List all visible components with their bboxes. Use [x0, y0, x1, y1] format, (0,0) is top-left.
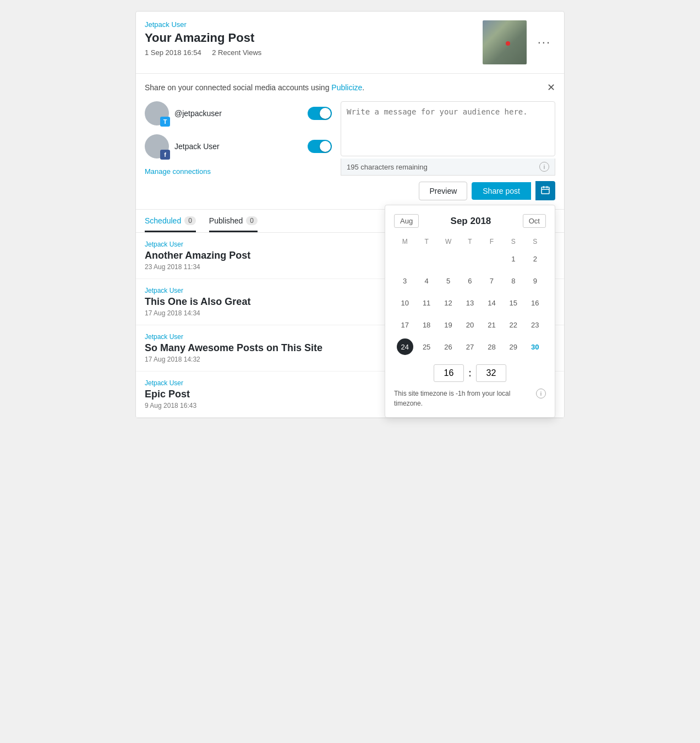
calendar-day[interactable]: 3: [394, 270, 415, 292]
facebook-avatar: f: [145, 134, 169, 159]
calendar-day[interactable]: 8: [502, 270, 524, 292]
calendar-day[interactable]: 13: [459, 292, 480, 314]
day-header-w: W: [438, 236, 459, 248]
calendar-day[interactable]: 6: [459, 270, 480, 292]
time-hour-input[interactable]: [434, 364, 464, 382]
calendar-day[interactable]: 19: [438, 314, 459, 336]
timezone-text: This site timezone is -1h from your loca…: [394, 389, 534, 408]
calendar-dropdown: Aug Sep 2018 Oct M T W T: [385, 205, 555, 418]
calendar-day[interactable]: 16: [524, 292, 546, 314]
time-row: :: [394, 364, 546, 382]
time-minute-input[interactable]: [476, 364, 506, 382]
timezone-note: This site timezone is -1h from your loca…: [394, 389, 546, 408]
message-area: 195 characters remaining i Preview Share…: [341, 101, 555, 200]
calendar-day[interactable]: 9: [524, 270, 546, 292]
facebook-badge: f: [160, 150, 170, 160]
calendar-day[interactable]: 24: [394, 336, 415, 358]
day-header-f: F: [481, 236, 502, 248]
post-meta: 1 Sep 2018 16:54 2 Recent Views: [145, 48, 270, 57]
calendar-day[interactable]: 14: [481, 292, 502, 314]
calendar-day[interactable]: 15: [502, 292, 524, 314]
action-bar: Preview Share post Aug: [341, 181, 555, 200]
thumbnail-dot: [506, 41, 510, 46]
manage-connections-link[interactable]: Manage connections: [145, 167, 332, 176]
more-options-button[interactable]: ···: [533, 33, 555, 52]
tab-scheduled-badge: 0: [184, 216, 196, 225]
publicize-link[interactable]: Publicize: [331, 83, 362, 92]
timezone-info-icon[interactable]: i: [536, 389, 546, 398]
calendar-day[interactable]: 23: [524, 314, 546, 336]
tab-scheduled[interactable]: Scheduled 0: [145, 216, 196, 232]
facebook-account-name: Jetpack User: [174, 142, 308, 151]
calendar-day[interactable]: 22: [502, 314, 524, 336]
post-author: Jetpack User: [145, 20, 270, 29]
twitter-account-name: @jetpackuser: [174, 109, 308, 118]
calendar-day[interactable]: 28: [481, 336, 502, 358]
main-container: Jetpack User Your Amazing Post 1 Sep 201…: [135, 11, 565, 418]
tab-published-badge: 0: [246, 216, 258, 225]
facebook-toggle[interactable]: [308, 140, 332, 153]
tab-published-label: Published: [209, 216, 243, 225]
day-header-m: M: [394, 236, 415, 248]
post-views: 2 Recent Views: [212, 48, 261, 57]
calendar-icon: [541, 185, 550, 194]
tab-published[interactable]: Published 0: [209, 216, 258, 232]
accounts-list: T @jetpackuser f Jetpack User: [145, 101, 332, 200]
calendar-day[interactable]: 12: [438, 292, 459, 314]
post-header: Jetpack User Your Amazing Post 1 Sep 201…: [136, 12, 564, 74]
prev-month-button[interactable]: Aug: [394, 214, 419, 228]
twitter-avatar: T: [145, 101, 169, 125]
calendar-day[interactable]: 18: [415, 314, 437, 336]
calendar-day[interactable]: 21: [481, 314, 502, 336]
calendar-day[interactable]: 27: [459, 336, 480, 358]
calendar-day: [394, 248, 415, 270]
calendar-day[interactable]: 26: [438, 336, 459, 358]
post-title: Your Amazing Post: [145, 31, 270, 45]
calendar-day[interactable]: 30: [524, 336, 546, 358]
twitter-toggle[interactable]: [308, 107, 332, 120]
day-header-s2: S: [524, 236, 546, 248]
calendar-day[interactable]: 4: [415, 270, 437, 292]
calendar-day[interactable]: 25: [415, 336, 437, 358]
svg-rect-0: [542, 187, 549, 194]
time-separator: :: [468, 368, 472, 379]
day-header-t2: T: [459, 236, 480, 248]
message-textarea[interactable]: [341, 101, 555, 156]
close-button[interactable]: ✕: [547, 83, 555, 92]
calendar-day[interactable]: 17: [394, 314, 415, 336]
calendar-day[interactable]: 5: [438, 270, 459, 292]
day-header-t1: T: [415, 236, 437, 248]
calendar-day[interactable]: 10: [394, 292, 415, 314]
thumbnail-image: [483, 20, 527, 64]
post-header-left: Jetpack User Your Amazing Post 1 Sep 201…: [145, 20, 270, 57]
calendar-day[interactable]: 1: [502, 248, 524, 270]
share-post-button[interactable]: Share post: [472, 182, 531, 200]
char-info-icon[interactable]: i: [539, 162, 549, 172]
share-description-prefix: Share on your connected social media acc…: [145, 83, 331, 92]
tab-scheduled-label: Scheduled: [145, 216, 181, 225]
account-item-facebook: f Jetpack User: [145, 134, 332, 159]
share-description-suffix: .: [362, 83, 364, 92]
account-item-twitter: T @jetpackuser: [145, 101, 332, 125]
next-month-button[interactable]: Oct: [523, 214, 546, 228]
twitter-badge: T: [160, 117, 170, 127]
char-count: 195 characters remaining: [347, 163, 428, 171]
share-panel-header: Share on your connected social media acc…: [145, 83, 555, 92]
calendar-day: [438, 248, 459, 270]
calendar-day[interactable]: 7: [481, 270, 502, 292]
calendar-nav: Aug Sep 2018 Oct: [394, 214, 546, 228]
calendar-day[interactable]: 11: [415, 292, 437, 314]
facebook-toggle-knob: [320, 141, 331, 152]
calendar-grid: M T W T F S S 12345678910111213: [394, 236, 546, 358]
calendar-day[interactable]: 20: [459, 314, 480, 336]
calendar-day: [481, 248, 502, 270]
calendar-day: [459, 248, 480, 270]
preview-button[interactable]: Preview: [419, 182, 467, 200]
calendar-toggle-button[interactable]: [535, 181, 555, 200]
calendar-day[interactable]: 2: [524, 248, 546, 270]
share-description: Share on your connected social media acc…: [145, 83, 364, 92]
day-header-s1: S: [502, 236, 524, 248]
calendar-day[interactable]: 29: [502, 336, 524, 358]
char-count-bar: 195 characters remaining i: [341, 159, 555, 176]
post-date: 1 Sep 2018 16:54: [145, 48, 201, 57]
